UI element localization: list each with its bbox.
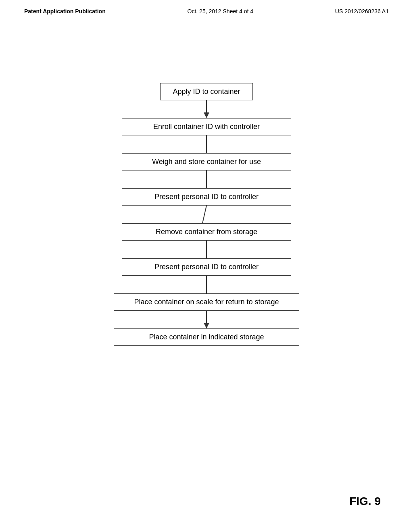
flow-step-8: Place container in indicated storage xyxy=(114,328,299,346)
connector-2 xyxy=(202,135,211,153)
header-date-sheet: Oct. 25, 2012 Sheet 4 of 4 xyxy=(188,8,253,15)
flow-step-2: Enroll container ID with controller xyxy=(122,118,291,135)
flow-box-present-1: Present personal ID to controller xyxy=(122,188,291,206)
flowchart: Apply ID to container Enroll container I… xyxy=(0,19,413,346)
flow-step-6: Present personal ID to controller xyxy=(122,258,291,276)
flow-box-present-2: Present personal ID to controller xyxy=(122,258,291,276)
connector-6 xyxy=(202,276,211,293)
svg-line-4 xyxy=(202,206,206,223)
connector-1 xyxy=(202,100,211,118)
flow-box-enroll: Enroll container ID with controller xyxy=(122,118,291,135)
flow-box-place-storage: Place container in indicated storage xyxy=(114,328,299,346)
header-patent-number: US 2012/0268236 A1 xyxy=(335,8,389,15)
svg-marker-1 xyxy=(204,112,209,118)
flow-step-4: Present personal ID to controller xyxy=(122,188,291,206)
flow-step-5: Remove container from storage xyxy=(122,223,291,241)
connector-5 xyxy=(202,241,211,258)
flow-box-weigh: Weigh and store container for use xyxy=(122,153,291,170)
flow-step-7: Place container on scale for return to s… xyxy=(114,293,299,311)
header-publication-label: Patent Application Publication xyxy=(24,8,106,15)
svg-marker-8 xyxy=(204,323,209,328)
connector-3 xyxy=(202,170,211,188)
connector-7 xyxy=(202,311,211,328)
connector-4-slant xyxy=(198,206,215,223)
flow-box-place-scale: Place container on scale for return to s… xyxy=(114,293,299,311)
flow-box-apply-id: Apply ID to container xyxy=(160,83,252,100)
flow-box-remove: Remove container from storage xyxy=(122,223,291,241)
figure-label: FIG. 9 xyxy=(349,495,381,508)
flow-step-1: Apply ID to container xyxy=(160,83,252,100)
flow-step-3: Weigh and store container for use xyxy=(122,153,291,170)
page-header: Patent Application Publication Oct. 25, … xyxy=(0,0,413,19)
